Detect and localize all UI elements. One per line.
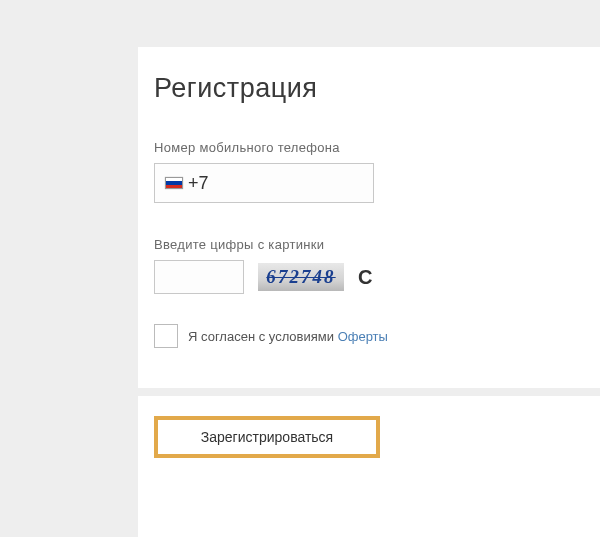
registration-form-panel: Регистрация Номер мобильного телефона +7… [138, 47, 600, 388]
refresh-icon[interactable]: C [358, 266, 372, 289]
page-title: Регистрация [154, 73, 584, 104]
captcha-image: 672748 [258, 263, 344, 291]
terms-checkbox[interactable] [154, 324, 178, 348]
phone-label: Номер мобильного телефона [154, 140, 584, 155]
terms-link[interactable]: Оферты [338, 329, 388, 344]
terms-row: Я согласен с условиями Оферты [154, 324, 584, 348]
actions-panel: Зарегистрироваться [138, 396, 600, 537]
captcha-label: Введите цифры с картинки [154, 237, 584, 252]
flag-icon [165, 177, 183, 189]
captcha-input[interactable] [154, 260, 244, 294]
terms-text: Я согласен с условиями [188, 329, 338, 344]
captcha-text: 672748 [266, 267, 335, 288]
phone-input[interactable]: +7 [154, 163, 374, 203]
phone-prefix: +7 [188, 173, 209, 194]
captcha-row: 672748 C [154, 260, 584, 294]
register-button[interactable]: Зарегистрироваться [154, 416, 380, 458]
